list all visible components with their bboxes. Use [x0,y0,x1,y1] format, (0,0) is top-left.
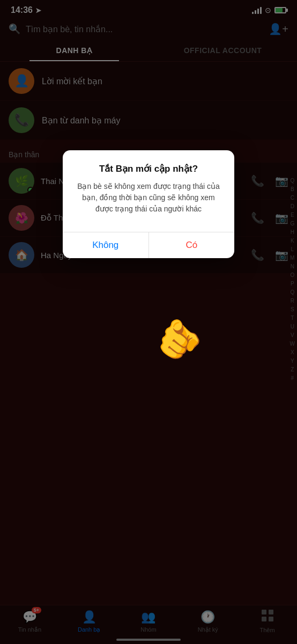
modal-no-button[interactable]: Không [63,232,149,258]
modal-body: Tắt Bạn mới cập nhật? Bạn bè sẽ không xe… [63,150,234,223]
modal-title: Tắt Bạn mới cập nhật? [73,163,224,174]
home-indicator [116,639,181,641]
dialog: Tắt Bạn mới cập nhật? Bạn bè sẽ không xe… [63,150,234,258]
modal-message: Bạn bè sẽ không xem được trạng thái của … [73,181,224,215]
modal-overlay: Tắt Bạn mới cập nhật? Bạn bè sẽ không xe… [0,0,297,644]
modal-buttons: Không Có [63,232,234,258]
modal-yes-button[interactable]: Có [149,232,235,258]
